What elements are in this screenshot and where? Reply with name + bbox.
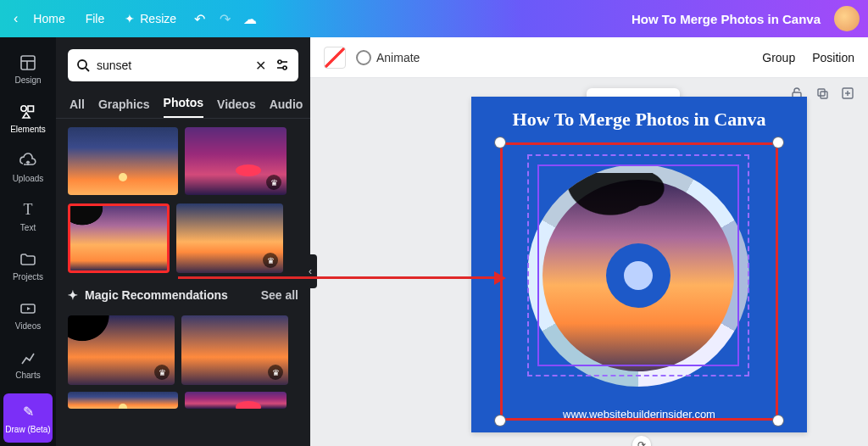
rail-draw[interactable]: ✎ Draw (Beta) [3,393,53,443]
home-menu[interactable]: Home [23,7,75,31]
text-icon: T [19,201,37,220]
left-rail: Design Elements Uploads T Text Projects … [0,37,56,446]
tab-photos[interactable]: Photos [164,96,203,118]
results-row: ♛ [56,195,310,273]
photo-thumb[interactable]: ♛ [185,127,287,195]
tutorial-highlight-box [500,142,778,421]
rail-label: Charts [15,371,40,380]
svg-rect-13 [818,89,825,96]
pro-badge-icon: ♛ [263,253,278,268]
rail-projects[interactable]: Projects [0,241,56,290]
canvas-area: Animate Group Position ··· How To Merge … [310,37,868,446]
resize-handle-tr[interactable] [773,137,783,148]
color-swatch[interactable] [324,47,346,69]
svg-point-11 [283,66,287,70]
animate-button[interactable]: Animate [356,50,420,65]
magic-row: ♛ ♛ [56,307,310,385]
photo-thumb[interactable] [68,127,178,195]
rail-label: Draw (Beta) [5,425,50,434]
folder-icon [19,250,37,269]
tab-all[interactable]: All [70,98,85,118]
tab-graphics[interactable]: Graphics [98,98,150,118]
rail-label: Videos [15,321,41,331]
video-icon [19,299,37,318]
search-icon [76,59,90,72]
results-row: ♛ [56,119,310,195]
position-button[interactable]: Position [812,51,854,64]
svg-rect-14 [821,92,827,98]
rail-label: Design [14,75,41,85]
rail-label: Uploads [13,174,44,183]
document-title[interactable]: How To Merge Photos in Canva [632,12,821,26]
pen-icon: ✎ [19,403,37,421]
layout-icon [19,53,37,72]
sparkle-icon: ✦ [125,12,135,25]
sparkle-icon: ✦ [68,288,78,302]
clear-search-icon[interactable]: ✕ [252,58,270,74]
resize-handle-tl[interactable] [495,137,505,148]
tutorial-arrow-head [494,271,506,285]
context-toolbar: Animate Group Position [310,37,868,78]
chart-icon [19,348,37,367]
magic-label: Magic Recommendations [85,288,228,302]
tab-videos[interactable]: Videos [217,98,256,118]
photo-thumb-selected[interactable] [68,203,170,273]
tab-audio[interactable]: Audio [270,98,303,118]
rotate-handle[interactable]: ⟳ [632,436,651,446]
see-all-link[interactable]: See all [261,288,298,302]
add-page-icon[interactable] [841,86,854,100]
rail-elements[interactable]: Elements [0,93,56,142]
resize-label: Resize [140,12,176,25]
user-avatar[interactable] [834,6,860,31]
redo-button[interactable]: ↷ [212,11,237,27]
svg-line-7 [86,68,89,71]
svg-point-3 [21,105,26,110]
photo-thumb[interactable] [68,392,178,409]
rail-design[interactable]: Design [0,44,56,93]
search-tabs: All Graphics Photos Videos Audio › [56,90,310,119]
rail-text[interactable]: T Text [0,192,56,241]
pro-badge-icon: ♛ [268,365,283,380]
rail-label: Projects [13,272,43,282]
pro-badge-icon: ♛ [266,175,281,190]
search-bar: ✕ [68,49,298,81]
collapse-panel-button[interactable]: ‹ [303,254,317,288]
elements-panel: ✕ All Graphics Photos Videos Audio › ♛ ♛… [56,37,310,446]
results-row [56,385,310,409]
shapes-icon [19,103,37,121]
svg-rect-4 [28,106,34,112]
group-button[interactable]: Group [762,51,795,64]
rail-charts[interactable]: Charts [0,339,56,388]
tutorial-arrow [178,276,500,279]
rail-label: Text [20,223,36,232]
rail-uploads[interactable]: Uploads [0,142,56,192]
design-page[interactable]: How To Merge Photos in Canva ⟳ www.websi… [471,97,807,432]
file-menu[interactable]: File [75,7,115,31]
cloud-sync-icon[interactable]: ☁ [237,11,263,27]
search-input[interactable] [90,59,252,72]
design-headline[interactable]: How To Merge Photos in Canva [471,97,807,131]
back-icon[interactable]: ‹ [8,11,23,26]
design-url-text[interactable]: www.websitebuilderinsider.com [471,408,807,421]
filter-icon[interactable] [270,58,295,73]
animate-icon [356,50,371,65]
rail-label: Elements [10,125,46,134]
undo-button[interactable]: ↶ [186,11,212,27]
cloud-upload-icon [19,152,37,170]
photo-thumb[interactable]: ♛ [68,315,175,385]
animate-label: Animate [376,51,420,64]
top-bar: ‹ Home File ✦ Resize ↶ ↷ ☁ How To Merge … [0,0,868,37]
duplicate-page-icon[interactable] [815,86,829,100]
photo-thumb[interactable] [185,392,287,409]
pro-badge-icon: ♛ [154,365,170,380]
resize-button[interactable]: ✦ Resize [114,7,186,31]
photo-thumb[interactable]: ♛ [176,203,283,273]
svg-point-9 [278,60,281,64]
svg-point-6 [78,60,86,69]
photo-thumb[interactable]: ♛ [181,315,288,385]
svg-rect-0 [21,56,35,70]
rail-videos[interactable]: Videos [0,290,56,339]
